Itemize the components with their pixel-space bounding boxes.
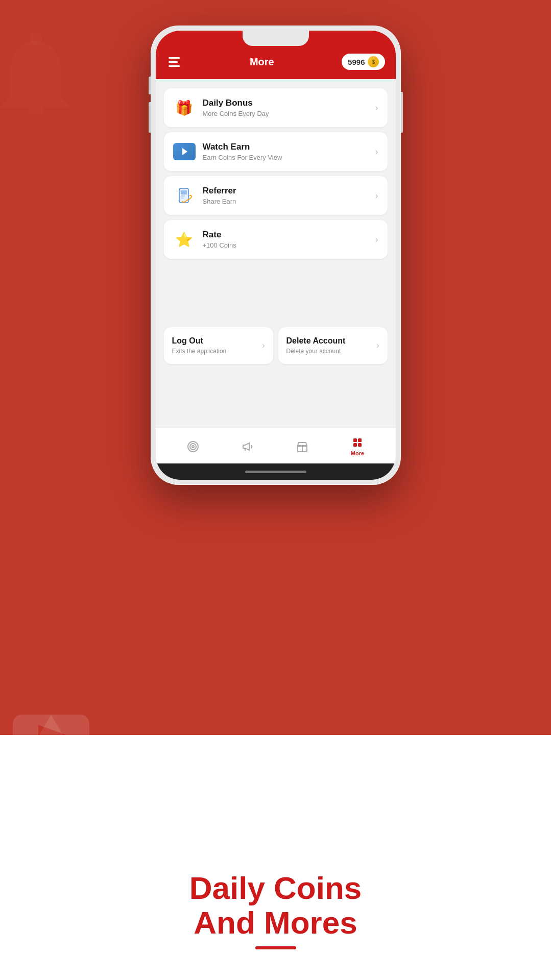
- rate-chevron: ›: [375, 234, 378, 245]
- coin-count: 5996: [348, 58, 365, 66]
- svg-rect-0: [28, 107, 43, 115]
- megaphone-icon: [242, 440, 254, 453]
- watch-earn-title: Watch Earn: [203, 142, 368, 152]
- svg-point-1: [30, 32, 42, 44]
- daily-bonus-subtitle: More Coins Every Day: [203, 110, 368, 117]
- home-bar: [156, 463, 396, 480]
- tagline-line2: And Mores: [174, 905, 378, 940]
- svg-rect-6: [181, 195, 185, 197]
- rate-item[interactable]: ⭐ Rate +100 Coins ›: [164, 220, 388, 259]
- action-cards-row: Log Out Exits the application › Delete A…: [156, 327, 396, 364]
- delete-account-card[interactable]: Delete Account Delete your account ›: [278, 327, 388, 364]
- tagline-underline: [255, 946, 296, 949]
- svg-point-10: [192, 446, 194, 448]
- nav-shop[interactable]: [288, 438, 317, 455]
- gift-icon: 🎁: [173, 96, 196, 119]
- logout-title: Log Out: [172, 336, 227, 346]
- rate-subtitle: +100 Coins: [203, 241, 368, 249]
- hamburger-menu[interactable]: [166, 55, 182, 69]
- nav-more-label: More: [351, 450, 364, 456]
- watch-earn-subtitle: Earn Coins For Every View: [203, 154, 368, 161]
- daily-bonus-title: Daily Bonus: [203, 98, 368, 108]
- target-icon: [187, 440, 199, 453]
- daily-bonus-item[interactable]: 🎁 Daily Bonus More Coins Every Day ›: [164, 88, 388, 127]
- referrer-chevron: ›: [375, 190, 378, 201]
- svg-rect-13: [358, 438, 362, 442]
- svg-rect-15: [358, 443, 362, 447]
- referrer-subtitle: Share Earn: [203, 198, 368, 205]
- delete-account-chevron: ›: [376, 341, 379, 350]
- watch-earn-chevron: ›: [375, 146, 378, 157]
- svg-rect-12: [353, 438, 357, 442]
- logout-chevron: ›: [262, 341, 265, 350]
- home-bar-line: [245, 471, 306, 473]
- logout-subtitle: Exits the application: [172, 348, 227, 355]
- tagline-line1: Daily Coins: [174, 871, 378, 905]
- nav-ads[interactable]: [233, 438, 262, 455]
- svg-rect-14: [353, 443, 357, 447]
- page-title: More: [250, 56, 274, 68]
- delete-account-subtitle: Delete your account: [286, 348, 346, 355]
- coin-icon: $: [368, 56, 379, 67]
- daily-bonus-chevron: ›: [375, 103, 378, 113]
- tagline-area: Daily Coins And Mores: [174, 871, 378, 949]
- delete-account-title: Delete Account: [286, 336, 346, 346]
- referrer-title: Referrer: [203, 186, 368, 196]
- more-icon: [351, 436, 364, 449]
- nav-more[interactable]: More: [343, 434, 372, 458]
- watch-icon: [173, 140, 196, 163]
- store-icon: [296, 440, 308, 453]
- nav-home[interactable]: [179, 438, 207, 455]
- bottom-navigation: More: [156, 428, 396, 463]
- svg-rect-5: [181, 190, 187, 194]
- menu-list: 🎁 Daily Bonus More Coins Every Day ›: [156, 79, 396, 327]
- referrer-item[interactable]: Referrer Share Earn ›: [164, 176, 388, 215]
- watch-earn-item[interactable]: Watch Earn Earn Coins For Every View ›: [164, 132, 388, 171]
- logout-card[interactable]: Log Out Exits the application ›: [164, 327, 273, 364]
- star-icon: ⭐: [173, 228, 196, 251]
- coin-balance-badge: 5996 $: [342, 54, 385, 70]
- svg-rect-7: [181, 198, 184, 199]
- svg-point-9: [190, 444, 196, 450]
- rate-title: Rate: [203, 230, 368, 240]
- referrer-icon: [173, 184, 196, 207]
